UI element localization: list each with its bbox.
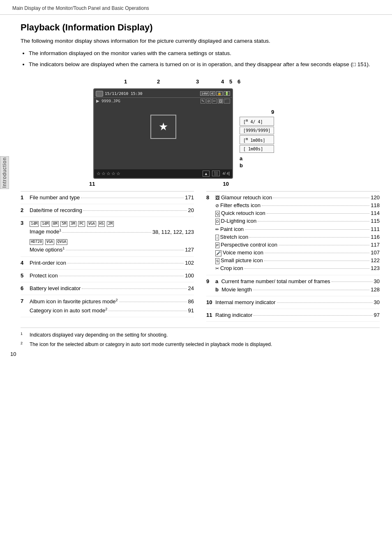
ref-label-7b: Category icon in auto sort mode2	[30, 307, 107, 315]
a-label: a	[240, 155, 242, 162]
info-box-1: [m 4/ 4]	[240, 117, 274, 126]
ref-content-4: Print-order icon 102	[30, 259, 194, 267]
mode-icon-pc: PC	[78, 221, 85, 227]
ref-subitem-7b: Category icon in auto sort mode2 91	[30, 307, 194, 315]
screen-icon-row2-1: ✎	[201, 99, 205, 104]
ref-item-8: 8 🖼 Glamour retouch icon 120 ⊘ Filter ef…	[206, 192, 380, 275]
info-box-4: [ 1m00s]	[240, 145, 274, 153]
ref-content-3: 14M 14M 8M 5M 3M PC VGA HS 2M Image mode…	[30, 219, 194, 254]
ref-content-5: Protect icon 100	[30, 272, 194, 279]
diagram-num-4: 4	[221, 78, 224, 85]
ref-page-5: 100	[185, 272, 194, 279]
camera-screen-container: 15/11/2010 15:30 14M 4⃝ 🔒 🔋 ▶	[89, 88, 233, 187]
ref-subitem-3b: Movie options1 127	[30, 246, 194, 254]
screen-center: ★	[94, 104, 232, 150]
ref-label-8-dlighting: D-Lighting icon	[221, 217, 257, 225]
ref-num-5: 5	[21, 272, 30, 279]
ref-mode-icons-2: HD720 VGA QVGA	[30, 238, 194, 245]
ref-dots-10	[277, 302, 373, 303]
ref-icon-8-dlighting: D	[215, 219, 220, 225]
footnote-num-2: 2	[21, 341, 28, 348]
ref-label-9a: a Current frame number/ total number of …	[215, 278, 330, 285]
ref-label-7a: Album icon in favorite pictures mode2	[30, 298, 118, 306]
mode-icon-3m: 3M	[69, 221, 76, 227]
mode-icon-hs: HS	[98, 221, 105, 227]
ref-dots-4	[67, 263, 184, 263]
diagram-num-3: 3	[196, 78, 199, 85]
ref-label-8-perspective: Perspective control icon	[221, 241, 277, 249]
ref-page-3b: 127	[185, 246, 194, 254]
ref-label-4: Print-order icon	[30, 259, 66, 267]
ref-page-10: 30	[374, 299, 380, 306]
bullet-item-2: The indicators below are displayed when …	[29, 60, 380, 69]
ref-dots-8-stretch	[249, 237, 369, 238]
ref-dots-6	[82, 288, 187, 289]
ref-subitem-9a: a Current frame number/ total number of …	[215, 278, 380, 285]
ref-subitem-8-perspective: P Perspective control icon 117	[215, 241, 380, 249]
ref-page-8-quick: 114	[371, 210, 380, 217]
screen-filename: 9999.JPG	[101, 99, 120, 103]
ref-dots-7a	[119, 302, 187, 302]
ref-icon-8-paint: ✏	[215, 226, 219, 233]
diagram-num-11: 11	[89, 181, 95, 187]
ref-dots-7b	[108, 311, 187, 311]
ref-content-10: Internal memory indicator 30	[215, 299, 380, 306]
ref-item-10: 10 Internal memory indicator 30	[206, 296, 380, 309]
ref-page-8-crop: 123	[371, 265, 380, 272]
ref-subitem-3a: Image mode1 38, 112, 122, 123	[30, 228, 194, 236]
screen-icon-4: 🔋	[224, 91, 230, 96]
footnote-2: 2 The icon for the selected album or cat…	[21, 341, 380, 348]
ref-num-3: 3	[21, 219, 30, 226]
mode-icon-2m: 2M	[107, 221, 114, 227]
ref-dots-2	[83, 210, 187, 211]
ref-label-6: Battery level indicator	[30, 285, 81, 292]
ref-subitem-8-small: S Small picture icon 122	[215, 257, 380, 264]
a-label-row: a	[240, 155, 274, 162]
diagram-num-10: 10	[223, 181, 229, 187]
diagram-row: 15/11/2010 15:30 14M 4⃝ 🔒 🔋 ▶	[89, 88, 311, 187]
ref-num-2: 2	[21, 207, 30, 213]
screen-star-rating: ☆☆☆☆☆	[97, 171, 121, 176]
b-label-row: b	[240, 162, 274, 168]
ref-label-8-voice: Voice memo icon	[223, 249, 263, 256]
ref-icon-8-perspective: P	[215, 242, 219, 249]
ref-num-8: 8	[206, 194, 215, 201]
ref-label-8-glamour: Glamour retouch icon	[221, 194, 272, 201]
ref-icon-8-small: S	[215, 258, 219, 264]
ref-label-8-paint: Paint icon	[220, 226, 244, 233]
info-box-3: [m 1m00s]	[240, 135, 274, 144]
ref-label-8-quick: Quick retouch icon	[221, 210, 265, 217]
ref-page-9a: 30	[374, 278, 380, 285]
screen-icon-row2-5: ⬛	[224, 99, 230, 104]
ref-subitem-4: Print-order icon 102	[30, 259, 194, 267]
ref-subitem-8-voice: 🎤 Voice memo icon 107	[215, 249, 380, 256]
section-title: Playback (Information Display)	[21, 22, 380, 33]
ref-label-8-small: Small picture icon	[221, 257, 263, 264]
ref-num-1: 1	[21, 194, 30, 201]
ref-dots-8-glamour	[273, 198, 369, 198]
camera-diagram: 1 2 3 4 5 6 15/11/2010 15:30	[89, 76, 311, 187]
ref-item-9: 9 a Current frame number/ total number o…	[206, 275, 380, 296]
ref-page-8-glamour: 120	[371, 194, 380, 201]
screen-date: 15/11/2010 15:30	[105, 91, 143, 96]
ref-label-1: File number and type	[30, 194, 80, 201]
ref-label-8-stretch: Stretch icon	[220, 233, 249, 241]
ref-num-9: 9	[206, 278, 215, 284]
camera-screen: 15/11/2010 15:30 14M 4⃝ 🔒 🔋 ▶	[93, 88, 233, 179]
screen-row2-icons: ✎ ⊘ ✂ 🖼 ⬛	[201, 99, 230, 104]
ref-item-3: 3 14M 14M 8M 5M 3M PC VGA HS 2M	[21, 217, 194, 256]
bottom-labels-row: 11 10	[89, 181, 229, 187]
screen-bottom-right: ▲ ⬛ 4/ 4]	[203, 171, 230, 177]
ref-subitem-8-stretch: ↕ Stretch icon 116	[215, 233, 380, 241]
ref-page-7b: 91	[188, 307, 194, 314]
mode-icon-qvga: QVGA	[56, 239, 68, 245]
ref-page-8-paint: 111	[371, 226, 380, 233]
ref-dots-8-dlighting	[258, 221, 369, 222]
top-number-labels: 1 2 3 4 5 6	[112, 76, 251, 88]
ref-subitem-2: Date/time of recording 20	[30, 207, 194, 214]
ref-dots-8-quick	[267, 213, 370, 214]
b-label: b	[240, 162, 243, 168]
screen-icon-row2-2: ⊘	[206, 99, 211, 104]
ref-page-1: 171	[185, 194, 194, 201]
diagram-num-1: 1	[124, 78, 127, 85]
